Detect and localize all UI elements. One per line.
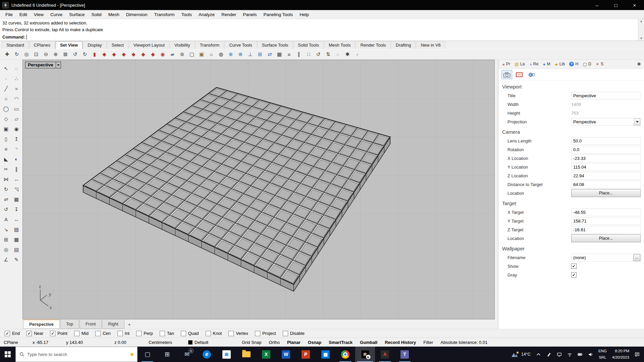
tab-display[interactable]: Display (83, 41, 107, 49)
tab-mesh-tools[interactable]: Mesh Tools (324, 41, 356, 49)
osnap-perp[interactable]: Perp (136, 331, 153, 336)
osnap-int[interactable]: Int (117, 331, 129, 336)
scroll-down-icon[interactable]: ▼ (640, 37, 643, 40)
network-icon[interactable] (565, 347, 575, 362)
osnap-vertex-checkbox[interactable] (228, 331, 234, 336)
distribute-icon[interactable]: ⇅ (324, 50, 332, 59)
status-planar[interactable]: Planar (283, 340, 304, 345)
menu-paneling-tools[interactable]: Paneling Tools (260, 10, 297, 19)
command-scrollbar[interactable]: ▲ ▼ (638, 19, 644, 41)
menu-solid[interactable]: Solid (88, 10, 105, 19)
menu-edit[interactable]: Edit (16, 10, 31, 19)
viewport-label[interactable]: Perspective (25, 62, 61, 68)
hatch-icon[interactable]: ▨ (11, 225, 21, 234)
lasso-icon[interactable]: ◌ (333, 50, 342, 59)
rhino-icon[interactable]: R6 (355, 347, 375, 362)
osnap-cen[interactable]: Cen (95, 331, 111, 336)
grid-options-icon[interactable]: ▦ (275, 50, 284, 59)
polygon-icon[interactable]: ◇ (1, 114, 11, 124)
menu-surface[interactable]: Surface (66, 10, 88, 19)
start-button[interactable] (0, 347, 15, 362)
movies-app-icon[interactable]: ▢ (138, 347, 157, 362)
status-grid-snap[interactable]: Grid Snap (238, 340, 265, 345)
zoom-dynamic-icon[interactable]: ◎ (22, 50, 31, 59)
panel-tab-layers[interactable]: ▤La (513, 61, 527, 68)
loft-icon[interactable]: ≡ (1, 144, 11, 154)
prop-field-title[interactable]: Perspective (571, 92, 641, 100)
teams-icon[interactable]: T (395, 347, 415, 362)
join-icon[interactable]: ⋈ (1, 174, 11, 184)
file-explorer-icon[interactable] (236, 347, 256, 362)
boolean-icon[interactable]: ◐ (11, 154, 21, 164)
landscape-icon[interactable]: ▰ (168, 50, 177, 59)
viewport-tab-front[interactable]: Front (79, 320, 102, 329)
taskbar-clock[interactable]: 8:20 PM4/20/2023 (609, 347, 632, 362)
tab-set-view[interactable]: Set View (55, 41, 83, 49)
leader-icon[interactable]: ↘ (1, 225, 11, 234)
scale-icon[interactable]: ◹ (11, 184, 21, 194)
smarttrack-icon[interactable]: ✱ (343, 50, 352, 59)
osnap-mid-checkbox[interactable] (74, 331, 79, 336)
measure-icon[interactable]: ∠ (1, 255, 11, 264)
calendar-icon[interactable]: ▦ (316, 347, 335, 362)
status-x-65-17[interactable]: x -65.17 (29, 340, 62, 345)
osnap-near-checkbox[interactable]: ✓ (26, 331, 32, 336)
status-absolute-tolerance-0-01[interactable]: Absolute tolerance: 0.01 (437, 340, 491, 345)
polyline-icon[interactable]: ╱ (1, 84, 11, 94)
camera-subtab-button[interactable] (501, 70, 512, 79)
language-indicator[interactable]: ENGSRL (596, 347, 609, 362)
menu-render[interactable]: Render (218, 10, 239, 19)
tab-visibility[interactable]: Visibility (170, 41, 195, 49)
status-default[interactable]: Default (184, 340, 238, 345)
status-cplane[interactable]: CPlane (0, 340, 29, 345)
arc-icon[interactable]: ◠ (11, 94, 21, 104)
link-subtab-button[interactable] (526, 70, 537, 79)
select-icon[interactable]: ↖ (1, 64, 11, 73)
command-prompt-row[interactable]: Command: (2, 33, 637, 41)
viewport-tab-right[interactable]: Right (102, 320, 124, 329)
hide-icon[interactable]: ◎ (1, 245, 11, 254)
panel-tab-properties[interactable]: ◕Pr (500, 61, 512, 68)
edge-icon[interactable]: e (197, 347, 217, 362)
maximize-button[interactable]: □ (606, 0, 625, 10)
set-view-bottom-icon[interactable]: ◆ (149, 50, 157, 59)
set-view-right-icon[interactable]: ◆ (129, 50, 138, 59)
cplane-object-icon[interactable]: ⊗ (236, 50, 245, 59)
add-viewport-tab-button[interactable]: + (125, 320, 134, 329)
close-button[interactable]: × (625, 0, 644, 10)
pull-icon[interactable]: ↧ (11, 204, 21, 214)
osnap-cen-checkbox[interactable] (95, 331, 101, 336)
action-center-icon[interactable] (632, 347, 642, 362)
viewport-tab-top[interactable]: Top (60, 320, 79, 329)
rotate-icon[interactable]: ↻ (1, 184, 11, 194)
minimize-button[interactable]: – (588, 0, 606, 10)
set-view-perspective-icon[interactable]: ◉ (158, 50, 167, 59)
status-smarttrack[interactable]: SmartTrack (325, 340, 356, 345)
viewport-title[interactable]: Perspective (25, 62, 56, 68)
zoom-extents-icon[interactable]: ⊠ (61, 50, 70, 59)
pan-hand-icon[interactable]: ✚ (3, 50, 11, 59)
status-filter[interactable]: Filter (420, 340, 437, 345)
browse-button[interactable]: ... (633, 254, 640, 261)
menu-transform[interactable]: Transform (151, 10, 178, 19)
menu-dimension[interactable]: Dimension (123, 10, 151, 19)
menu-analyze[interactable]: Analyze (195, 10, 218, 19)
menu-curve[interactable]: Curve (47, 10, 66, 19)
tab-transform[interactable]: Transform (195, 41, 224, 49)
paint-icon[interactable]: ✎ (11, 255, 21, 264)
mirror-icon[interactable]: ⇌ (1, 194, 11, 204)
search-highlights-icon[interactable] (130, 353, 133, 356)
panel-tab-rendering[interactable]: ◑Re (527, 61, 541, 68)
place-button[interactable]: Place... (571, 234, 641, 242)
array-columns-icon[interactable]: ∥ (294, 50, 303, 59)
status-z-0-00[interactable]: z 0.00 (111, 340, 145, 345)
osnap-point[interactable]: ✓Point (50, 331, 67, 336)
tab-drafting[interactable]: Drafting (391, 41, 416, 49)
tab-viewport-layout[interactable]: Viewport Layout (129, 41, 169, 49)
surface-icon[interactable]: ▱ (11, 114, 21, 124)
set-view-top-icon[interactable]: ◆ (139, 50, 148, 59)
prop-field-x-location[interactable]: -23.33 (571, 155, 641, 162)
osnap-tan-checkbox[interactable] (160, 331, 165, 336)
status-gumball[interactable]: Gumball (356, 340, 381, 345)
tab-solid-tools[interactable]: Solid Tools (293, 41, 324, 49)
